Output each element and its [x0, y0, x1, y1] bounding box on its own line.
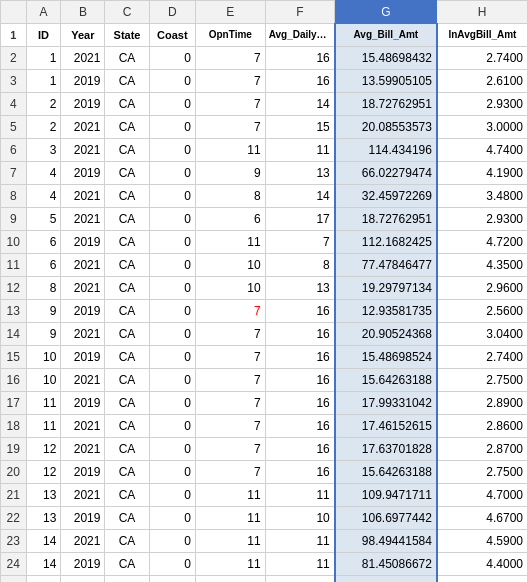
col-header-b[interactable]: B: [61, 1, 105, 24]
cell-year[interactable]: 2019: [61, 93, 105, 116]
cell-lnavgbill-amt[interactable]: 2.7400: [437, 47, 528, 70]
cell-year[interactable]: 2021: [61, 484, 105, 507]
cell-id[interactable]: 1: [26, 70, 61, 93]
cell-opntime[interactable]: 11: [195, 231, 265, 254]
cell-avg-bill-amt[interactable]: 114.434196: [335, 139, 437, 162]
cell-opntime[interactable]: 7: [195, 392, 265, 415]
cell-opntime[interactable]: 7: [195, 116, 265, 139]
cell-avg-bill-amt[interactable]: 12.93581735: [335, 300, 437, 323]
cell-state[interactable]: CA: [105, 162, 149, 185]
cell-coast[interactable]: 0: [149, 162, 195, 185]
cell-opntime[interactable]: 7: [195, 300, 265, 323]
cell-coast[interactable]: 0: [149, 323, 195, 346]
cell-avg-bill-amt[interactable]: 81.45086672: [335, 553, 437, 576]
cell-avg-daily-hours[interactable]: 16: [265, 392, 335, 415]
cell-avg-daily-hours[interactable]: 11: [265, 530, 335, 553]
cell-id[interactable]: 6: [26, 231, 61, 254]
cell-avg-daily-hours[interactable]: 16: [265, 438, 335, 461]
cell-opntime[interactable]: 7: [195, 323, 265, 346]
cell-avg-bill-amt[interactable]: 15.48698524: [335, 346, 437, 369]
col-header-g[interactable]: G: [335, 1, 437, 24]
cell-avg-bill-amt[interactable]: 18.72762951: [335, 93, 437, 116]
cell-avg-daily-hours[interactable]: 17: [265, 208, 335, 231]
cell-lnavgbill-amt[interactable]: 2.5600: [437, 300, 528, 323]
cell-state[interactable]: CA: [105, 323, 149, 346]
cell-id[interactable]: 13: [26, 507, 61, 530]
cell-opntime[interactable]: 7: [195, 70, 265, 93]
cell-avg-daily-hours[interactable]: 14: [265, 185, 335, 208]
cell-state[interactable]: CA: [105, 484, 149, 507]
cell-state[interactable]: CA: [105, 415, 149, 438]
cell-opntime[interactable]: 11: [195, 139, 265, 162]
cell-lnavgbill-amt[interactable]: 3.0000: [437, 116, 528, 139]
cell-id[interactable]: 11: [26, 415, 61, 438]
cell-coast[interactable]: 0: [149, 553, 195, 576]
cell-lnavgbill-amt[interactable]: 2.9300: [437, 208, 528, 231]
cell-avg-daily-hours[interactable]: 16: [265, 415, 335, 438]
cell-coast[interactable]: 0: [149, 415, 195, 438]
cell-avg-daily-hours[interactable]: 10: [265, 507, 335, 530]
cell-year[interactable]: 2019: [61, 461, 105, 484]
cell-lnavgbill-amt[interactable]: 4.3500: [437, 254, 528, 277]
cell-id[interactable]: 6: [26, 254, 61, 277]
cell-state[interactable]: CA: [105, 392, 149, 415]
cell-state[interactable]: CA: [105, 231, 149, 254]
cell-avg-bill-amt[interactable]: 32.45972269: [335, 185, 437, 208]
cell-avg-bill-amt[interactable]: 13.59905105: [335, 70, 437, 93]
cell-lnavgbill-amt[interactable]: 2.7400: [437, 346, 528, 369]
cell-year[interactable]: 2021: [61, 116, 105, 139]
cell-avg-daily-hours[interactable]: 16: [265, 461, 335, 484]
cell-avg-daily-hours[interactable]: 15: [265, 116, 335, 139]
cell-coast[interactable]: 0: [149, 392, 195, 415]
col-header-h[interactable]: H: [437, 1, 528, 24]
cell-id[interactable]: 9: [26, 300, 61, 323]
cell-coast[interactable]: 0: [149, 277, 195, 300]
cell-id[interactable]: 2: [26, 93, 61, 116]
cell-year[interactable]: 2019: [61, 300, 105, 323]
cell-year[interactable]: 2021: [61, 254, 105, 277]
cell-coast[interactable]: 0: [149, 507, 195, 530]
cell-id[interactable]: 11: [26, 392, 61, 415]
cell-id[interactable]: 14: [26, 553, 61, 576]
cell-state[interactable]: CA: [105, 507, 149, 530]
col-header-e[interactable]: E: [195, 1, 265, 24]
cell-opntime[interactable]: 7: [195, 461, 265, 484]
cell-state[interactable]: CA: [105, 70, 149, 93]
cell-opntime[interactable]: 8: [195, 185, 265, 208]
cell-id[interactable]: 10: [26, 369, 61, 392]
cell-lnavgbill-amt[interactable]: 2.9500: [437, 576, 528, 583]
cell-state[interactable]: CA: [105, 369, 149, 392]
cell-lnavgbill-amt[interactable]: 4.7200: [437, 231, 528, 254]
cell-state[interactable]: CA: [105, 576, 149, 583]
cell-avg-daily-hours[interactable]: 16: [265, 369, 335, 392]
cell-year[interactable]: 2021: [61, 277, 105, 300]
cell-id[interactable]: 3: [26, 139, 61, 162]
cell-opntime[interactable]: 7: [195, 346, 265, 369]
cell-opntime[interactable]: 6: [195, 576, 265, 583]
cell-avg-bill-amt[interactable]: 98.49441584: [335, 530, 437, 553]
cell-opntime[interactable]: 10: [195, 277, 265, 300]
cell-lnavgbill-amt[interactable]: 4.7400: [437, 139, 528, 162]
cell-coast[interactable]: 0: [149, 300, 195, 323]
cell-state[interactable]: CA: [105, 254, 149, 277]
cell-avg-daily-hours[interactable]: 13: [265, 277, 335, 300]
col-header-d[interactable]: D: [149, 1, 195, 24]
cell-year[interactable]: 2019: [61, 70, 105, 93]
cell-id[interactable]: 15: [26, 576, 61, 583]
cell-lnavgbill-amt[interactable]: 2.7500: [437, 461, 528, 484]
cell-state[interactable]: CA: [105, 530, 149, 553]
cell-coast[interactable]: 0: [149, 139, 195, 162]
cell-id[interactable]: 14: [26, 530, 61, 553]
cell-id[interactable]: 9: [26, 323, 61, 346]
cell-coast[interactable]: 0: [149, 208, 195, 231]
cell-state[interactable]: CA: [105, 47, 149, 70]
cell-avg-bill-amt[interactable]: 18.72762951: [335, 208, 437, 231]
cell-id[interactable]: 12: [26, 461, 61, 484]
cell-avg-bill-amt[interactable]: 20.90524368: [335, 323, 437, 346]
cell-lnavgbill-amt[interactable]: 2.8600: [437, 415, 528, 438]
cell-state[interactable]: CA: [105, 208, 149, 231]
cell-id[interactable]: 10: [26, 346, 61, 369]
cell-avg-daily-hours[interactable]: 11: [265, 139, 335, 162]
cell-year[interactable]: 2021: [61, 47, 105, 70]
cell-avg-bill-amt[interactable]: 66.02279474: [335, 162, 437, 185]
